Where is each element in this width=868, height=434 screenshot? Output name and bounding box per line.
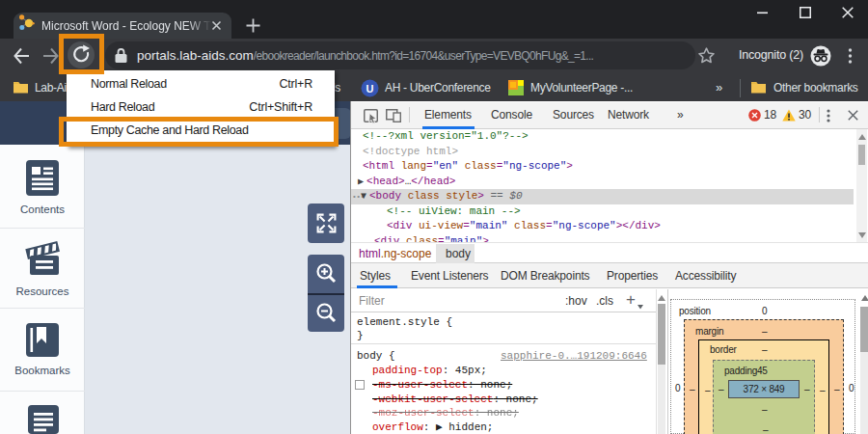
svg-text:U: U (366, 83, 374, 95)
